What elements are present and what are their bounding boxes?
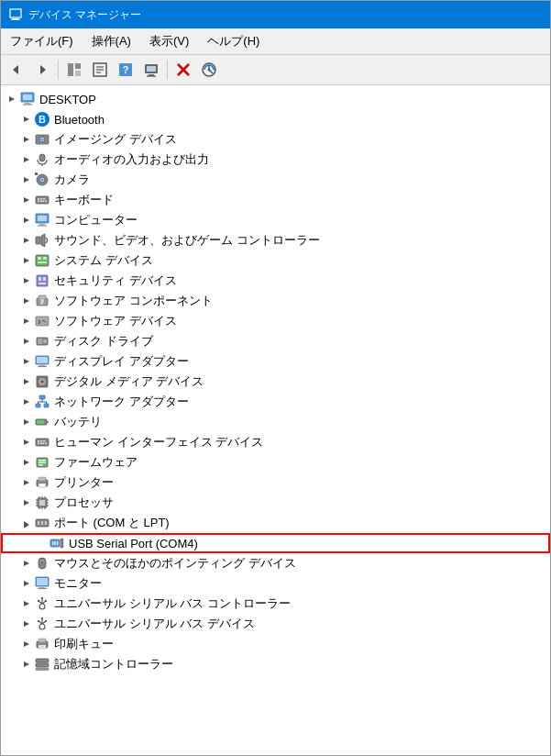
expand-computer[interactable] xyxy=(19,213,34,228)
tree-item-monitor[interactable]: モニター xyxy=(1,573,550,594)
tree-item-camera[interactable]: カメラ xyxy=(1,170,550,190)
expand-software-dev[interactable] xyxy=(19,314,34,328)
expand-ports[interactable] xyxy=(19,516,34,530)
expand-printer[interactable] xyxy=(19,475,34,490)
menu-file[interactable]: ファイル(F) xyxy=(1,30,83,52)
expand-hid[interactable] xyxy=(19,435,34,450)
battery-icon xyxy=(34,414,50,430)
hid-label: ヒューマン インターフェイス デバイス xyxy=(54,434,263,450)
tree-item-battery[interactable]: バッテリ xyxy=(1,412,550,432)
tree-item-disk[interactable]: ディスク ドライブ xyxy=(1,331,550,351)
tree-item-software-comp[interactable]: ソフトウェア コンポーネント xyxy=(1,291,550,311)
device-tree[interactable]: DESKTOP B Bluetooth xyxy=(1,85,550,755)
expand-network[interactable] xyxy=(19,395,34,409)
title-bar-text: デバイス マネージャー xyxy=(28,7,141,23)
ports-icon xyxy=(34,515,50,531)
svg-rect-83 xyxy=(38,339,42,344)
svg-point-168 xyxy=(39,624,45,629)
tree-item-bluetooth[interactable]: B Bluetooth xyxy=(1,109,550,129)
expand-digital-media[interactable] xyxy=(19,374,34,389)
menu-bar: ファイル(F) 操作(A) 表示(V) ヘルプ(H) xyxy=(1,28,550,55)
tree-item-printer[interactable]: プリンター xyxy=(1,472,550,493)
svg-rect-111 xyxy=(43,440,45,442)
desktop-label: DESKTOP xyxy=(39,93,96,106)
expand-display[interactable] xyxy=(19,354,34,369)
expand-usb-controller[interactable] xyxy=(19,596,34,611)
tree-item-audio[interactable]: オーディオの入力および出力 xyxy=(1,150,550,170)
toolbar-sep-2 xyxy=(167,60,168,80)
expand-battery[interactable] xyxy=(19,415,34,429)
expand-camera[interactable] xyxy=(19,172,34,187)
tree-item-keyboard[interactable]: キーボード xyxy=(1,190,550,210)
svg-rect-144 xyxy=(45,521,47,525)
tree-item-usb-serial[interactable]: USB Serial Port (COM4) xyxy=(1,533,550,553)
expand-keyboard[interactable] xyxy=(19,193,34,207)
expand-storage[interactable] xyxy=(19,657,34,672)
tree-item-software-dev[interactable]: ソフトウェア デバイス xyxy=(1,311,550,331)
tree-item-imaging[interactable]: イメージング デバイス xyxy=(1,129,550,150)
expand-usb-device[interactable] xyxy=(19,617,34,631)
tree-item-network[interactable]: ネットワーク アダプター xyxy=(1,392,550,412)
svg-marker-81 xyxy=(24,339,29,344)
expand-disk[interactable] xyxy=(19,334,34,349)
digital-media-label: デジタル メディア デバイス xyxy=(54,373,204,390)
expand-mouse[interactable] xyxy=(19,556,34,571)
tree-item-usb-device[interactable]: ユニバーサル シリアル バス デバイス xyxy=(1,614,550,634)
title-bar-icon xyxy=(8,7,23,22)
svg-rect-44 xyxy=(35,172,38,175)
keyboard-label: キーボード xyxy=(54,192,114,208)
tree-item-display[interactable]: ディスプレイ アダプター xyxy=(1,351,550,372)
svg-marker-150 xyxy=(24,561,29,566)
svg-rect-106 xyxy=(37,420,44,424)
svg-rect-179 xyxy=(38,642,39,644)
tree-item-usb-controller[interactable]: ユニバーサル シリアル バス コントローラー xyxy=(1,594,550,614)
display-label: ディスプレイ アダプター xyxy=(54,353,189,370)
expand-print-queue[interactable] xyxy=(19,637,34,651)
expand-bluetooth[interactable] xyxy=(19,112,34,127)
help-button[interactable]: ? xyxy=(114,58,138,82)
update-driver-button[interactable] xyxy=(139,58,163,82)
tree-item-security[interactable]: セキュリティ デバイス xyxy=(1,271,550,291)
svg-marker-60 xyxy=(24,258,29,263)
expand-processor[interactable] xyxy=(19,495,34,510)
expand-system[interactable] xyxy=(19,253,34,268)
tree-item-sound[interactable]: サウンド、ビデオ、およびゲーム コントローラー xyxy=(1,230,550,250)
tree-item-firmware[interactable]: ファームウェア xyxy=(1,452,550,472)
menu-view[interactable]: 表示(V) xyxy=(140,30,198,52)
tree-item-print-queue[interactable]: 印刷キュー xyxy=(1,634,550,654)
tree-item-processor[interactable]: プロセッサ xyxy=(1,493,550,513)
tree-item-system[interactable]: システム デバイス xyxy=(1,250,550,271)
uninstall-button[interactable] xyxy=(171,58,195,82)
tree-item-ports[interactable]: ポート (COM と LPT) xyxy=(1,513,550,533)
title-bar: デバイス マネージャー xyxy=(1,1,550,28)
show-hide-button[interactable] xyxy=(62,58,86,82)
svg-rect-177 xyxy=(39,639,46,642)
tree-root-desktop[interactable]: DESKTOP xyxy=(1,89,550,109)
expand-desktop[interactable] xyxy=(5,92,19,106)
usb-controller-icon xyxy=(34,595,50,612)
svg-rect-174 xyxy=(45,620,47,622)
svg-text:?: ? xyxy=(123,64,129,75)
svg-marker-40 xyxy=(24,177,29,183)
expand-sound[interactable] xyxy=(19,233,34,248)
tree-item-storage[interactable]: 記憶域コントローラー xyxy=(1,654,550,674)
expand-security[interactable] xyxy=(19,273,34,288)
expand-imaging[interactable] xyxy=(19,132,34,147)
menu-help[interactable]: ヘルプ(H) xyxy=(198,30,269,52)
expand-audio[interactable] xyxy=(19,152,34,167)
tree-item-hid[interactable]: ヒューマン インターフェイス デバイス xyxy=(1,432,550,452)
tree-item-digital-media[interactable]: デジタル メディア デバイス xyxy=(1,372,550,392)
svg-rect-38 xyxy=(39,154,45,161)
properties-button[interactable] xyxy=(88,58,112,82)
forward-button[interactable] xyxy=(30,58,54,82)
svg-marker-53 xyxy=(24,217,29,223)
tree-item-mouse[interactable]: マウスとそのほかのポインティング デバイス xyxy=(1,553,550,573)
svg-rect-143 xyxy=(41,521,43,525)
expand-firmware[interactable] xyxy=(19,455,34,470)
expand-monitor[interactable] xyxy=(19,576,34,591)
menu-action[interactable]: 操作(A) xyxy=(83,30,140,52)
expand-software-comp[interactable] xyxy=(19,294,34,308)
back-button[interactable] xyxy=(5,58,28,82)
scan-button[interactable] xyxy=(197,58,221,82)
tree-item-computer[interactable]: コンピューター xyxy=(1,210,550,230)
